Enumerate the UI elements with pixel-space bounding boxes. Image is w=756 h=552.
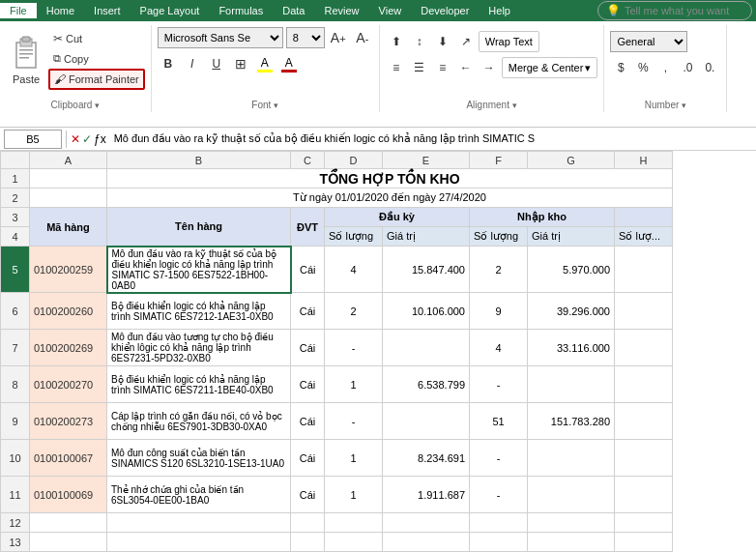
cell-h3[interactable] bbox=[615, 208, 673, 227]
align-left-button[interactable]: ≡ bbox=[386, 57, 407, 78]
cell-g4[interactable]: Giá trị bbox=[528, 227, 615, 247]
insert-function-icon[interactable]: ƒx bbox=[94, 132, 106, 146]
row-header-10[interactable]: 10 bbox=[1, 440, 30, 477]
cell-subtitle[interactable]: Từ ngày 01/01/2020 đến ngày 27/4/2020 bbox=[107, 189, 673, 208]
cell-d11[interactable]: 1 bbox=[325, 477, 383, 513]
indent-increase-button[interactable]: → bbox=[479, 57, 500, 78]
cut-button[interactable]: ✂ Cut bbox=[48, 29, 145, 48]
fill-color-button[interactable]: A bbox=[254, 53, 276, 74]
row-header-4[interactable]: 4 bbox=[1, 227, 30, 247]
cell-b6[interactable]: Bộ điều khiển logic có khả năng lập trìn… bbox=[107, 293, 291, 330]
cell-g7[interactable]: 33.116.000 bbox=[528, 330, 615, 366]
row-header-13[interactable]: 13 bbox=[1, 533, 30, 552]
text-angle-button[interactable]: ↗ bbox=[455, 31, 477, 52]
cell-a11[interactable]: 0100100069 bbox=[30, 477, 107, 513]
cell-d10[interactable]: 1 bbox=[325, 440, 383, 477]
menu-view[interactable]: View bbox=[369, 3, 412, 18]
cell-a5[interactable]: 0100200259 bbox=[30, 247, 107, 293]
format-painter-button[interactable]: 🖌 Format Painter bbox=[48, 69, 145, 90]
cell-h4[interactable]: Số lượ... bbox=[615, 227, 673, 247]
font-color-button[interactable]: A bbox=[278, 53, 300, 74]
merge-center-dropdown-icon[interactable]: ▾ bbox=[585, 62, 591, 74]
cell-e10[interactable]: 8.234.691 bbox=[383, 440, 470, 477]
row-header-6[interactable]: 6 bbox=[1, 293, 30, 330]
cell-f10[interactable]: - bbox=[470, 440, 528, 477]
currency-button[interactable]: $ bbox=[610, 57, 631, 78]
cell-h6[interactable] bbox=[615, 293, 673, 330]
cell-d12[interactable] bbox=[325, 513, 383, 533]
cell-d4[interactable]: Số lượng bbox=[325, 227, 383, 247]
cell-b7[interactable]: Mô đun đầu vào tương tự cho bộ điều khiể… bbox=[107, 330, 291, 366]
cell-h10[interactable] bbox=[615, 440, 673, 477]
cell-title[interactable]: TỔNG HỢP TỒN KHO bbox=[107, 169, 673, 189]
cell-f13[interactable] bbox=[470, 533, 528, 552]
cell-a6[interactable]: 0100200260 bbox=[30, 293, 107, 330]
decrease-decimal-button[interactable]: 0. bbox=[699, 57, 720, 78]
align-bottom-button[interactable]: ⬇ bbox=[432, 31, 453, 52]
border-button[interactable]: ⊞ bbox=[230, 53, 251, 74]
menu-home[interactable]: Home bbox=[37, 3, 84, 18]
cell-a8[interactable]: 0100200270 bbox=[30, 366, 107, 403]
copy-button[interactable]: ⧉ Copy bbox=[48, 49, 145, 68]
cell-b12[interactable] bbox=[107, 513, 291, 533]
confirm-formula-icon[interactable]: ✓ bbox=[82, 132, 92, 146]
merge-center-button[interactable]: Merge & Center ▾ bbox=[502, 57, 598, 78]
col-header-g[interactable]: G bbox=[528, 152, 615, 169]
col-header-c[interactable]: C bbox=[291, 152, 325, 169]
cell-e11[interactable]: 1.911.687 bbox=[383, 477, 470, 513]
cell-h12[interactable] bbox=[615, 513, 673, 533]
cell-b8[interactable]: Bộ điều khiển logic có khả năng lập trìn… bbox=[107, 366, 291, 403]
cell-c3[interactable]: ĐVT bbox=[291, 208, 325, 247]
underline-button[interactable]: U bbox=[206, 53, 227, 74]
cell-f8[interactable]: - bbox=[470, 366, 528, 403]
cell-a2[interactable] bbox=[30, 189, 107, 208]
cell-a7[interactable]: 0100200269 bbox=[30, 330, 107, 366]
italic-button[interactable]: I bbox=[182, 53, 203, 74]
paste-button[interactable]: Paste bbox=[6, 27, 46, 91]
increase-decimal-button[interactable]: .0 bbox=[677, 57, 698, 78]
cell-d6[interactable]: 2 bbox=[325, 293, 383, 330]
row-header-9[interactable]: 9 bbox=[1, 403, 30, 440]
cell-e8[interactable]: 6.538.799 bbox=[383, 366, 470, 403]
cell-b5[interactable]: Mô đun đầu vào ra kỹ thuật số của bộ điề… bbox=[107, 247, 291, 293]
col-header-d[interactable]: D bbox=[325, 152, 383, 169]
cell-h9[interactable] bbox=[615, 403, 673, 440]
cell-f7[interactable]: 4 bbox=[470, 330, 528, 366]
cell-g8[interactable] bbox=[528, 366, 615, 403]
cell-g13[interactable] bbox=[528, 533, 615, 552]
cell-f4[interactable]: Số lượng bbox=[470, 227, 528, 247]
cell-d13[interactable] bbox=[325, 533, 383, 552]
cell-f11[interactable]: - bbox=[470, 477, 528, 513]
row-header-5[interactable]: 5 bbox=[1, 247, 30, 293]
cell-c8[interactable]: Cái bbox=[291, 366, 325, 403]
cell-e13[interactable] bbox=[383, 533, 470, 552]
cell-f5[interactable]: 2 bbox=[470, 247, 528, 293]
menu-data[interactable]: Data bbox=[273, 3, 314, 18]
cell-b3[interactable]: Tên hàng bbox=[107, 208, 291, 247]
cell-d8[interactable]: 1 bbox=[325, 366, 383, 403]
cell-c7[interactable]: Cái bbox=[291, 330, 325, 366]
cell-c9[interactable]: Cái bbox=[291, 403, 325, 440]
cell-g5[interactable]: 5.970.000 bbox=[528, 247, 615, 293]
formula-input[interactable] bbox=[110, 130, 752, 149]
cell-d9[interactable]: - bbox=[325, 403, 383, 440]
cancel-formula-icon[interactable]: ✕ bbox=[71, 132, 80, 146]
menu-insert[interactable]: Insert bbox=[84, 3, 131, 18]
cell-h7[interactable] bbox=[615, 330, 673, 366]
cell-h11[interactable] bbox=[615, 477, 673, 513]
cell-f12[interactable] bbox=[470, 513, 528, 533]
cell-b13[interactable] bbox=[107, 533, 291, 552]
cell-e6[interactable]: 10.106.000 bbox=[383, 293, 470, 330]
align-right-button[interactable]: ≡ bbox=[432, 57, 453, 78]
col-header-b[interactable]: B bbox=[107, 152, 291, 169]
cell-e4[interactable]: Giá trị bbox=[383, 227, 470, 247]
decrease-font-button[interactable]: A- bbox=[352, 27, 373, 48]
cell-a10[interactable]: 0100100067 bbox=[30, 440, 107, 477]
cell-c5[interactable]: Cái bbox=[291, 247, 325, 293]
row-header-8[interactable]: 8 bbox=[1, 366, 30, 403]
col-header-e[interactable]: E bbox=[383, 152, 470, 169]
menu-review[interactable]: Review bbox=[314, 3, 368, 18]
menu-file[interactable]: File bbox=[0, 3, 37, 18]
cell-d7[interactable]: - bbox=[325, 330, 383, 366]
menu-formulas[interactable]: Formulas bbox=[209, 3, 273, 18]
